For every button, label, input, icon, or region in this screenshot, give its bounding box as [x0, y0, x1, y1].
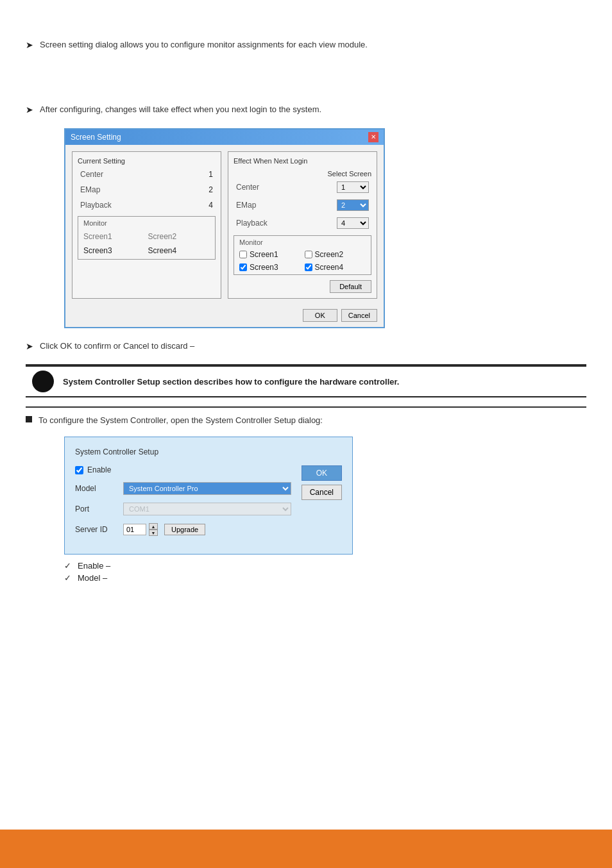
port-row: Port COM1 — [75, 503, 291, 515]
effect-setting-label: Effect When Next Login — [234, 157, 371, 165]
port-select[interactable]: COM1 — [123, 503, 291, 515]
enable-checkbox[interactable] — [75, 466, 83, 474]
effect-screen2-item[interactable]: Screen2 — [305, 250, 366, 259]
current-playback-value: 4 — [208, 201, 213, 210]
upgrade-button[interactable]: Upgrade — [164, 524, 205, 535]
system-dialog-buttons: OK Cancel — [302, 465, 342, 544]
bullet-arrow-2: ➤ — [26, 104, 33, 115]
current-emap-value: 2 — [208, 185, 213, 194]
check-mark-2: ✓ — [64, 573, 71, 583]
dialog-title: Screen Setting — [71, 133, 121, 142]
bullet-text-3: Click OK to confirm or Cancel to discard… — [40, 340, 194, 353]
bullet-section-3: ➤ Click OK to confirm or Cancel to disca… — [26, 340, 586, 353]
check-text-1: Enable – — [78, 561, 110, 571]
effect-playback-select[interactable]: 4 — [337, 217, 369, 229]
orange-footer — [0, 830, 612, 868]
page-content: ➤ Screen setting dialog allows you to co… — [0, 0, 612, 583]
effect-screen1-item[interactable]: Screen1 — [239, 250, 301, 259]
current-center-label: Center — [80, 170, 103, 179]
effect-monitor-section: Monitor Screen1 Screen2 — [234, 235, 371, 275]
bullet-arrow-1: ➤ — [26, 40, 33, 50]
system-dialog-title: System Controller Setup — [75, 447, 342, 456]
current-setting-panel: Current Setting Center 1 EMap 2 Playback… — [72, 151, 221, 299]
system-controller-dialog: System Controller Setup Enable Model Sys… — [64, 437, 353, 555]
bullet-arrow-3: ➤ — [26, 341, 33, 351]
check-item-1: ✓ Enable – — [64, 561, 586, 571]
check-item-2: ✓ Model – — [64, 573, 586, 583]
ok-button[interactable]: OK — [303, 309, 337, 322]
effect-screen4-checkbox[interactable] — [305, 263, 312, 271]
square-bullet-text: To configure the System Controller, open… — [38, 414, 323, 428]
server-id-spinbox: ▲ ▼ — [123, 523, 158, 536]
bullet-text-1: Screen setting dialog allows you to conf… — [40, 38, 368, 52]
effect-monitor-title: Monitor — [239, 238, 366, 246]
model-label: Model — [75, 484, 117, 493]
effect-center-label: Center — [236, 183, 259, 192]
effect-footer: Default — [234, 280, 371, 293]
spinbox-up[interactable]: ▲ — [149, 523, 158, 530]
check-mark-1: ✓ — [64, 561, 71, 571]
effect-emap-select[interactable]: 2 — [337, 199, 369, 211]
system-ok-button[interactable]: OK — [302, 465, 342, 481]
effect-center-select[interactable]: 1 — [337, 181, 369, 193]
spinbox-down[interactable]: ▼ — [149, 530, 158, 536]
current-setting-label: Current Setting — [78, 157, 216, 165]
screen-setting-container: Screen Setting ✕ Current Setting Center … — [64, 128, 586, 328]
effect-panel: Effect When Next Login Select Screen Cen… — [228, 151, 377, 299]
effect-playback-label: Playback — [236, 219, 268, 228]
default-button[interactable]: Default — [330, 280, 371, 293]
square-bullet-icon — [26, 416, 32, 422]
cancel-button[interactable]: Cancel — [341, 309, 377, 322]
bullet-section-2: ➤ After configuring, changes will take e… — [26, 103, 586, 117]
current-screen3: Screen3 — [83, 245, 146, 256]
bullet-section-1: ➤ Screen setting dialog allows you to co… — [26, 38, 586, 52]
dialog-close-button[interactable]: ✕ — [368, 132, 378, 142]
system-cancel-button[interactable]: Cancel — [302, 485, 342, 500]
effect-screen3-checkbox[interactable] — [239, 263, 247, 271]
current-monitor-grid: Screen1 Screen2 Screen3 Screen4 — [83, 231, 210, 256]
current-screen2: Screen2 — [148, 231, 210, 242]
separator-bottom — [26, 406, 586, 408]
effect-screen3-label: Screen3 — [250, 263, 278, 272]
dialog-footer: OK Cancel — [65, 305, 384, 327]
current-emap-row: EMap 2 — [78, 185, 216, 194]
current-screen4: Screen4 — [148, 245, 210, 256]
server-id-label: Server ID — [75, 525, 117, 534]
current-screen1: Screen1 — [83, 231, 146, 242]
dialog-body: Current Setting Center 1 EMap 2 Playback… — [65, 145, 384, 305]
current-emap-label: EMap — [80, 185, 100, 194]
effect-screen2-checkbox[interactable] — [305, 251, 312, 258]
effect-emap-label: EMap — [236, 201, 256, 210]
check-bullets: ✓ Enable – ✓ Model – — [64, 561, 586, 583]
enable-label: Enable — [87, 465, 111, 474]
screen-setting-dialog: Screen Setting ✕ Current Setting Center … — [64, 128, 385, 328]
current-center-row: Center 1 — [78, 170, 216, 179]
effect-screen2-label: Screen2 — [315, 250, 344, 259]
effect-center-row: Center 1 — [234, 181, 371, 193]
effect-screen1-checkbox[interactable] — [239, 251, 247, 258]
server-id-input[interactable] — [123, 524, 146, 535]
current-monitor-title: Monitor — [83, 219, 210, 227]
current-playback-label: Playback — [80, 201, 112, 210]
effect-screen4-item[interactable]: Screen4 — [305, 263, 366, 272]
current-monitor-section: Monitor Screen1 Screen2 Screen3 Screen4 — [78, 216, 216, 260]
select-screen-header: Select Screen — [234, 170, 371, 178]
circle-section: System Controller Setup section describe… — [26, 365, 586, 397]
check-text-2: Model – — [78, 573, 107, 583]
server-id-row: Server ID ▲ ▼ Upgrade — [75, 523, 291, 536]
effect-screen1-label: Screen1 — [250, 250, 278, 259]
model-select[interactable]: System Controller Pro — [123, 482, 291, 495]
spinbox-arrows: ▲ ▼ — [149, 523, 158, 536]
current-playback-row: Playback 4 — [78, 201, 216, 210]
system-form: Enable Model System Controller Pro Port … — [75, 465, 291, 544]
square-bullet-section: To configure the System Controller, open… — [26, 414, 586, 428]
current-center-value: 1 — [208, 170, 213, 179]
section-header-text: System Controller Setup section describe… — [63, 377, 399, 387]
effect-screen3-item[interactable]: Screen3 — [239, 263, 301, 272]
dialog-titlebar: Screen Setting ✕ — [65, 129, 384, 145]
black-circle-icon — [32, 371, 54, 392]
bullet-text-2: After configuring, changes will take eff… — [40, 103, 321, 117]
port-label: Port — [75, 505, 117, 513]
effect-screen4-label: Screen4 — [315, 263, 344, 272]
effect-playback-row: Playback 4 — [234, 217, 371, 229]
